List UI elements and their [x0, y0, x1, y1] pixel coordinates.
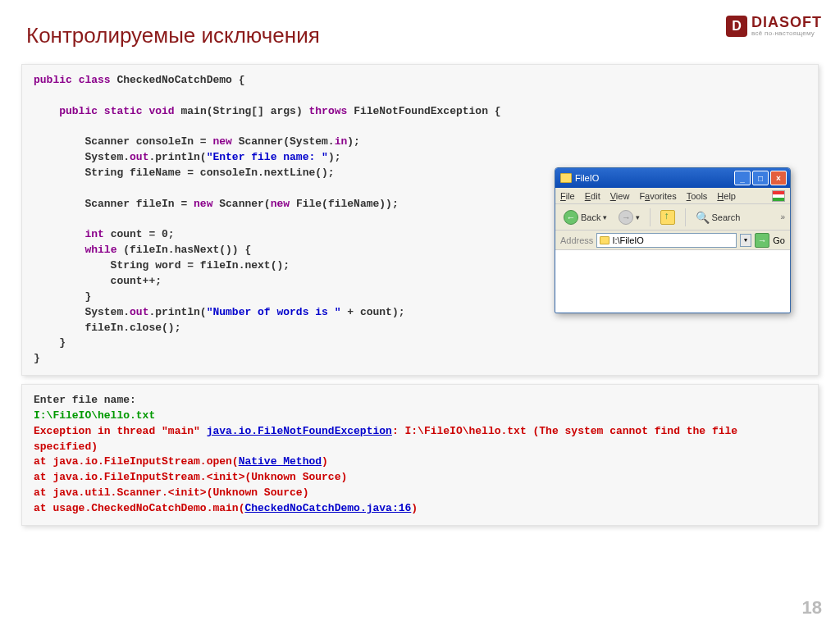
menu-favorites[interactable]: Favorites: [639, 191, 676, 201]
brand-name: DIASOFT: [751, 15, 822, 30]
code-token: in: [335, 135, 348, 148]
separator: [650, 208, 651, 226]
code-token: File(fileName));: [290, 198, 399, 210]
code-token: fileIn.close();: [34, 322, 180, 334]
console-line: I:\FileIO\hello.txt: [34, 409, 155, 422]
console-line: at java.util.Scanner.<init>(Unknown Sour…: [34, 486, 308, 499]
console-line: at java.io.FileInputStream.open(: [34, 455, 239, 468]
code-token: public: [59, 105, 98, 117]
explorer-menubar: File Edit View Favorites Tools Help: [555, 188, 790, 204]
menu-file[interactable]: File: [560, 191, 575, 201]
code-token: throws: [309, 105, 348, 117]
console-link: CheckedNoCatchDemo.java:16: [244, 502, 411, 514]
code-token: new: [194, 198, 212, 210]
console-line: at java.io.FileInputStream.<init>(Unknow…: [34, 471, 347, 483]
code-token: class: [79, 74, 111, 86]
code-token: public: [34, 74, 72, 86]
folder-icon: [560, 173, 572, 183]
code-token: Scanner consoleIn =: [34, 135, 212, 148]
code-token: String word = fileIn.next();: [34, 259, 290, 272]
code-token: .println(: [148, 306, 206, 318]
code-token: System.: [34, 306, 130, 318]
explorer-window: FileIO _ □ × File Edit View Favorites To…: [555, 167, 791, 313]
code-token: new: [212, 135, 231, 148]
code-token: + count);: [340, 306, 404, 318]
up-button[interactable]: [657, 208, 678, 226]
windows-flag-icon: [772, 190, 785, 202]
explorer-addressbar: Address I:\FileIO ▾ → Go: [555, 231, 790, 250]
toolbar-overflow-icon[interactable]: »: [780, 212, 785, 221]
console-line: Enter file name:: [34, 394, 136, 406]
page-number: 18: [802, 597, 822, 619]
code-token: main(String[] args): [175, 105, 309, 117]
code-token: }: [34, 290, 91, 303]
back-button[interactable]: ← Back ▾: [560, 208, 610, 226]
code-token: CheckedNoCatchDemo {: [111, 74, 245, 86]
code-token: .println(: [148, 151, 206, 163]
maximize-button[interactable]: □: [752, 171, 769, 185]
go-label: Go: [773, 235, 785, 245]
code-token: );: [347, 135, 360, 148]
code-token: static: [104, 105, 143, 117]
code-token: }: [34, 336, 66, 349]
page-title: Контролируемые исключения: [26, 23, 320, 48]
forward-icon: →: [619, 210, 633, 225]
console-link: Native Method: [239, 455, 322, 468]
console-link: java.io.FileNotFoundException: [207, 425, 392, 437]
code-token: out: [130, 306, 148, 318]
code-token: count++;: [34, 275, 162, 287]
chevron-down-icon: ▾: [636, 213, 640, 221]
console-line: at usage.CheckedNoCatchDemo.main(: [34, 502, 244, 514]
code-token: while: [84, 244, 116, 256]
code-token: String fileName = consoleIn.nextLine();: [34, 167, 335, 179]
chevron-down-icon: ▾: [603, 213, 607, 221]
address-dropdown-button[interactable]: ▾: [740, 234, 751, 247]
explorer-title: FileIO: [575, 173, 733, 183]
search-label: Search: [711, 212, 740, 222]
menu-tools[interactable]: Tools: [687, 191, 708, 201]
code-token: new: [271, 198, 290, 210]
code-token: "Number of words is ": [207, 306, 341, 318]
menu-help[interactable]: Help: [717, 191, 736, 201]
code-token: );: [328, 151, 341, 163]
brand-logo: D DIASOFT всё по-настоящему: [726, 15, 822, 37]
minimize-button[interactable]: _: [734, 171, 751, 185]
explorer-toolbar: ← Back ▾ → ▾ 🔍 Search »: [555, 204, 790, 231]
brand-mark: D: [726, 16, 747, 37]
close-button[interactable]: ×: [770, 171, 787, 185]
code-token: Scanner(: [212, 198, 270, 210]
back-label: Back: [581, 212, 600, 222]
folder-icon: [600, 236, 609, 244]
console-line: ): [411, 502, 418, 514]
code-token: void: [148, 105, 174, 117]
code-token: }: [34, 352, 40, 364]
code-token: count = 0;: [104, 228, 175, 240]
address-value: I:\FileIO: [612, 235, 644, 245]
code-token: Scanner(System.: [232, 135, 335, 148]
up-folder-icon: [660, 210, 675, 225]
separator: [685, 208, 686, 226]
code-token: FileNotFoundException {: [347, 105, 500, 117]
search-icon: 🔍: [696, 211, 709, 224]
menu-view[interactable]: View: [610, 191, 630, 201]
code-token: (fileIn.hasNext()) {: [116, 244, 251, 256]
go-button[interactable]: →: [755, 233, 769, 248]
code-token: Scanner fileIn =: [34, 198, 194, 210]
address-field[interactable]: I:\FileIO: [596, 233, 737, 248]
menu-edit[interactable]: Edit: [585, 191, 600, 201]
forward-button[interactable]: → ▾: [615, 208, 643, 226]
back-icon: ←: [564, 210, 578, 225]
explorer-body[interactable]: [555, 250, 790, 308]
code-token: "Enter file name: ": [207, 151, 328, 163]
console-line: Exception in thread "main": [34, 425, 207, 437]
code-token: out: [130, 151, 148, 163]
console-panel: Enter file name: I:\FileIO\hello.txt Exc…: [21, 384, 819, 526]
code-token: int: [84, 228, 103, 240]
explorer-titlebar[interactable]: FileIO _ □ ×: [555, 168, 790, 188]
brand-tagline: всё по-настоящему: [751, 30, 822, 37]
code-token: System.: [34, 151, 130, 163]
console-line: ): [322, 455, 328, 468]
search-button[interactable]: 🔍 Search: [692, 209, 743, 226]
address-label: Address: [560, 235, 593, 245]
